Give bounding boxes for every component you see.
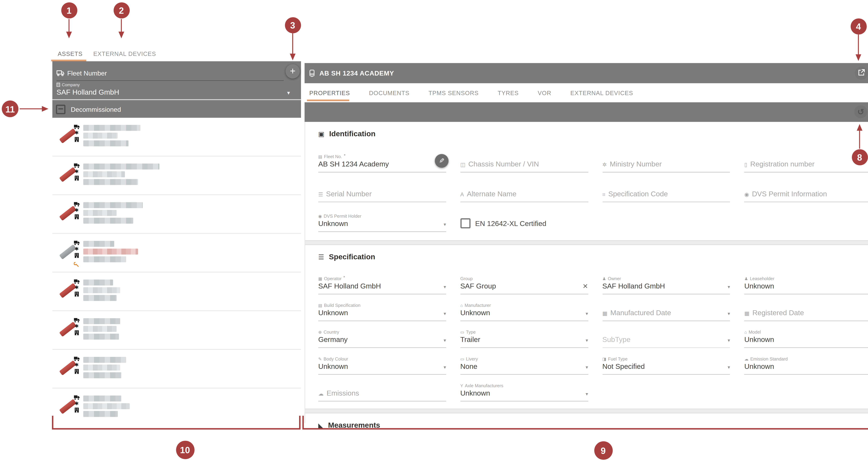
- select-input[interactable]: ▦Manufactured Date▾: [602, 309, 730, 319]
- undo-button[interactable]: ↺: [854, 105, 867, 118]
- field-label-text: Fuel Type: [608, 356, 627, 362]
- select-input[interactable]: SAF Holland GmbH▾: [602, 282, 730, 292]
- select-input[interactable]: Unknown▾: [744, 336, 868, 345]
- select-input[interactable]: Unknown▾: [318, 219, 446, 229]
- tab-properties[interactable]: PROPERTIES: [309, 90, 350, 96]
- select-input[interactable]: SAF Group✕: [460, 282, 588, 292]
- field-country[interactable]: ⊕CountryGermany▾: [318, 324, 446, 348]
- tab-external-devices[interactable]: EXTERNAL DEVICES: [570, 90, 633, 96]
- select-input[interactable]: SAF Holland GmbH▾: [318, 282, 446, 292]
- field-subtype[interactable]: SubType▾: [602, 324, 730, 348]
- select-input[interactable]: ▦Registered Date▾: [744, 309, 868, 319]
- text-input[interactable]: ☁Emissions: [318, 389, 446, 399]
- select-input[interactable]: Unknown▾: [744, 362, 868, 372]
- field-registration-number[interactable]: ▯Registration number: [744, 148, 868, 173]
- en-12642-xl-certified-checkbox[interactable]: [460, 218, 470, 228]
- asset-list-item[interactable]: ✱: [53, 195, 301, 234]
- field-manufacturer[interactable]: ⌂ManufacturerUnknown▾: [460, 297, 588, 321]
- asset-list-item[interactable]: ✱: [53, 272, 301, 311]
- chevron-down-icon[interactable]: ▾: [728, 338, 730, 343]
- asset-list: ✱✱✱✱✱✱✱✱: [53, 118, 301, 423]
- checkbox-field[interactable]: EN 12642-XL Certified: [460, 218, 588, 228]
- field-alternate-name[interactable]: AAlternate Name: [460, 177, 588, 202]
- chevron-down-icon[interactable]: ▾: [586, 311, 588, 316]
- chevron-down-icon[interactable]: ▾: [443, 338, 446, 343]
- field-type[interactable]: ▭TypeTrailer▾: [460, 324, 588, 348]
- chevron-down-icon[interactable]: ▾: [586, 365, 588, 370]
- detail-tabs: PROPERTIESDOCUMENTSTPMS SENSORSTYRESVORE…: [305, 83, 868, 102]
- field-fleet-no[interactable]: ▤Fleet No.*AB SH 1234 Academy: [318, 148, 446, 173]
- chevron-down-icon[interactable]: ▾: [586, 391, 588, 397]
- select-input[interactable]: Unknown▾: [318, 362, 446, 372]
- select-input[interactable]: Unknown▾: [744, 282, 868, 292]
- add-asset-button[interactable]: +: [286, 64, 300, 79]
- field-owner[interactable]: ♟OwnerSAF Holland GmbH▾: [602, 271, 730, 295]
- chevron-down-icon[interactable]: ▾: [443, 222, 446, 227]
- field-dvs-permit-information[interactable]: ◉DVS Permit Information: [744, 177, 868, 202]
- chevron-down-icon[interactable]: ▾: [728, 365, 730, 370]
- asset-status-icons: ✱: [74, 356, 80, 374]
- field-serial-number[interactable]: ☰Serial Number: [318, 177, 446, 202]
- asset-list-item[interactable]: ✱: [53, 118, 301, 156]
- asset-list-item[interactable]: ✱: [53, 234, 301, 273]
- tab-tpms-sensors[interactable]: TPMS SENSORS: [429, 90, 478, 96]
- chevron-down-icon[interactable]: ▾: [443, 365, 446, 370]
- select-input[interactable]: Unknown▾: [318, 309, 446, 319]
- asset-list-item[interactable]: ✱: [53, 156, 301, 195]
- asset-list-item[interactable]: ✱: [53, 389, 301, 423]
- text-input[interactable]: AAlternate Name: [460, 190, 588, 200]
- clear-icon[interactable]: ✕: [583, 283, 588, 290]
- company-select[interactable]: SAF Holland GmbH ▼: [57, 88, 294, 96]
- text-input[interactable]: AB SH 1234 Academy: [318, 160, 446, 170]
- field-specification-code[interactable]: ⌗Specification Code: [602, 177, 730, 202]
- select-input[interactable]: Germany▾: [318, 336, 446, 345]
- text-input[interactable]: ☰Serial Number: [318, 190, 446, 200]
- text-input[interactable]: ▯Registration number: [744, 160, 868, 170]
- field-emissions[interactable]: ☁Emissions: [318, 378, 446, 401]
- edit-fleet-no-button[interactable]: ✎: [435, 154, 448, 168]
- field-body-colour[interactable]: ✎Body ColourUnknown▾: [318, 351, 446, 375]
- tab-assets[interactable]: ASSETS: [53, 51, 88, 57]
- select-input[interactable]: Not Specified▾: [602, 362, 730, 372]
- field-build-specification[interactable]: ▤Build SpecificationUnknown▾: [318, 297, 446, 321]
- select-input[interactable]: SubType▾: [602, 336, 730, 345]
- field-dvs-permit-holder[interactable]: ◉DVS Permit HolderUnknown▾: [318, 207, 446, 232]
- open-in-new-button[interactable]: [855, 67, 868, 80]
- field-model[interactable]: ⌂ModelUnknown▾: [744, 324, 868, 348]
- text-input[interactable]: ◫Chassis Number / VIN: [460, 160, 588, 170]
- field-leaseholder[interactable]: ♟LeaseholderUnknown▾: [744, 271, 868, 295]
- select-input[interactable]: None▾: [460, 362, 588, 372]
- select-input[interactable]: Unknown▾: [460, 389, 588, 399]
- field-livery[interactable]: ▭LiveryNone▾: [460, 351, 588, 375]
- decommissioned-checkbox[interactable]: [56, 105, 65, 114]
- field-manufactured-date[interactable]: ▦Manufactured Date▾: [602, 297, 730, 321]
- tab-documents[interactable]: DOCUMENTS: [369, 90, 409, 96]
- field-ministry-number[interactable]: ✲Ministry Number: [602, 148, 730, 173]
- chevron-down-icon[interactable]: ▾: [443, 284, 446, 290]
- tab-external-devices[interactable]: EXTERNAL DEVICES: [88, 51, 161, 57]
- field-group[interactable]: GroupSAF Group✕: [460, 271, 588, 295]
- fleet-number-search[interactable]: Fleet Number: [57, 70, 107, 77]
- chevron-down-icon[interactable]: ▾: [586, 338, 588, 343]
- field-emission-standard[interactable]: ☁Emission StandardUnknown▾: [744, 351, 868, 375]
- text-input[interactable]: ✲Ministry Number: [602, 160, 730, 170]
- chevron-down-icon[interactable]: ▾: [728, 284, 730, 290]
- text-input[interactable]: ◉DVS Permit Information: [744, 190, 868, 200]
- asset-list-item[interactable]: ✱: [53, 350, 301, 389]
- field-axle-manufacturers[interactable]: YAxle ManufacturersUnknown▾: [460, 378, 588, 401]
- select-input[interactable]: Unknown▾: [460, 309, 588, 319]
- tab-tyres[interactable]: TYRES: [498, 90, 519, 96]
- select-input[interactable]: Trailer▾: [460, 336, 588, 345]
- field-chassis-number-vin[interactable]: ◫Chassis Number / VIN: [460, 148, 588, 173]
- text-input[interactable]: ⌗Specification Code: [602, 190, 730, 200]
- chevron-down-icon[interactable]: ▾: [443, 311, 446, 316]
- field-registered-date[interactable]: ▦Registered Date▾: [744, 297, 868, 321]
- chevron-down-icon[interactable]: ▾: [728, 311, 730, 316]
- field-label: YAxle Manufacturers: [460, 382, 588, 389]
- asset-list-item[interactable]: ✱: [53, 311, 301, 350]
- field-operator[interactable]: ▦Operator*SAF Holland GmbH▾: [318, 271, 446, 295]
- asset-status-icons: ✱: [74, 279, 80, 297]
- tab-vor[interactable]: VOR: [538, 90, 551, 96]
- decommissioned-filter[interactable]: Decommissioned: [53, 100, 301, 118]
- field-fuel-type[interactable]: ◨Fuel TypeNot Specified▾: [602, 351, 730, 375]
